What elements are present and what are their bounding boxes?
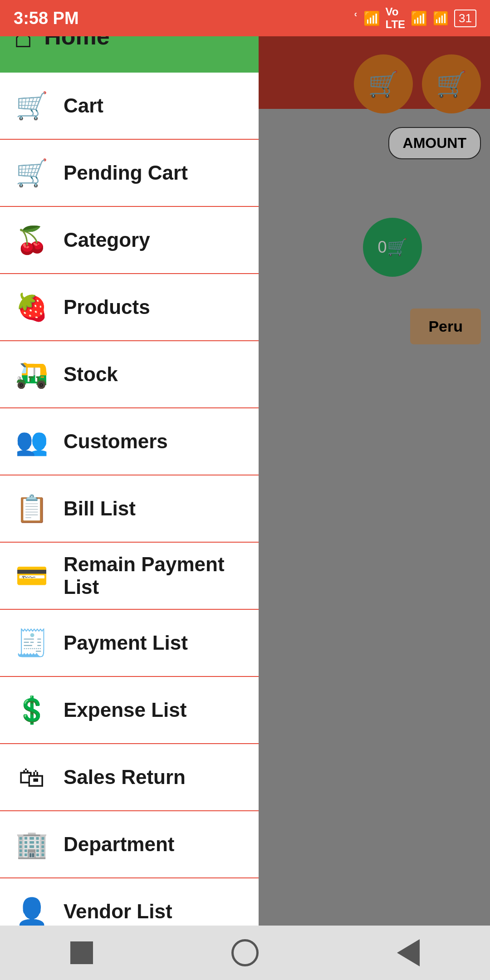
signal-icon: 📶 [363,10,380,26]
remain-payment-icon: 💳 [14,560,50,591]
pending-cart-icon: 🛒 [14,157,50,188]
back-icon [397,939,420,966]
menu-label-customers: Customers [64,430,168,453]
expense-list-icon: 💲 [14,695,50,725]
menu-item-customers[interactable]: 👥 Customers [0,408,259,475]
menu-item-remain-payment[interactable]: 💳 Remain Payment List [0,543,259,610]
bill-list-icon: 📋 [14,493,50,524]
menu-item-department[interactable]: 🏢 Department [0,811,259,878]
menu-label-pending-cart: Pending Cart [64,162,188,184]
menu-item-pending-cart[interactable]: 🛒 Pending Cart [0,140,259,207]
menu-label-bill-list: Bill List [64,497,136,520]
vendor-list-icon: 👤 [14,896,50,927]
menu-item-expense-list[interactable]: 💲 Expense List [0,677,259,744]
bluetooth-icon: ʿ️ [354,10,358,26]
menu-label-products: Products [64,296,150,318]
status-time: 3:58 PM [14,9,79,28]
menu-item-sales-return[interactable]: 🛍 Sales Return [0,744,259,811]
status-icons: ʿ️ 📶 VoLTE 📶 📶 31 [354,5,476,31]
menu-label-vendor-list: Vendor List [64,900,172,923]
nav-square-button[interactable] [64,935,100,971]
menu-label-sales-return: Sales Return [64,766,186,789]
menu-label-department: Department [64,833,175,856]
menu-label-payment-list: Payment List [64,632,188,654]
menu-item-category[interactable]: 🍒 Category [0,207,259,274]
status-bar: 3:58 PM ʿ️ 📶 VoLTE 📶 📶 31 [0,0,490,36]
menu-item-payment-list[interactable]: 🧾 Payment List [0,610,259,677]
customers-icon: 👥 [14,426,50,457]
payment-list-icon: 🧾 [14,627,50,658]
department-icon: 🏢 [14,829,50,860]
products-icon: 🍓 [14,292,50,323]
menu-item-cart[interactable]: 🛒 Cart [0,73,259,140]
square-icon [70,941,93,964]
menu-item-stock[interactable]: 🛺 Stock [0,341,259,408]
circle-icon [231,939,259,966]
menu-label-expense-list: Expense List [64,699,186,721]
nav-home-button[interactable] [227,935,263,971]
wifi-icon: 📶 [433,11,449,26]
navigation-drawer: ⌂ Home 🛒 Cart 🛒 Pending Cart 🍒 Category … [0,0,259,980]
menu-label-remain-payment: Remain Payment List [64,553,245,598]
volte-icon: VoLTE [386,5,406,31]
cart-icon: 🛒 [14,90,50,121]
menu-item-bill-list[interactable]: 📋 Bill List [0,475,259,543]
menu-list: 🛒 Cart 🛒 Pending Cart 🍒 Category 🍓 Produ… [0,73,259,980]
signal-icon-2: 📶 [411,10,427,26]
menu-label-cart: Cart [64,94,103,117]
stock-icon: 🛺 [14,359,50,390]
category-icon: 🍒 [14,225,50,255]
nav-back-button[interactable] [390,935,426,971]
sales-return-icon: 🛍 [14,762,50,793]
battery-icon: 31 [454,10,476,27]
menu-item-products[interactable]: 🍓 Products [0,274,259,341]
menu-label-category: Category [64,229,150,251]
nav-bar [0,926,490,980]
menu-label-stock: Stock [64,363,118,386]
